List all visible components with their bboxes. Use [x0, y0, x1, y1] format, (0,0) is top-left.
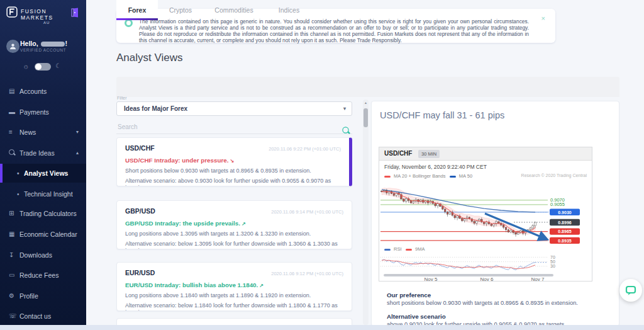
sidebar-item-accounts[interactable]: ▤Accounts — [0, 82, 86, 101]
arrow-up-icon: ↗ — [259, 283, 264, 288]
rsi-swatch-icon — [384, 249, 391, 251]
sidebar-item-payments[interactable]: ▬Payments — [0, 103, 86, 122]
filter-dropdown-value: Ideas for Major Forex — [124, 105, 187, 112]
price-level-pill: 0.8965 — [558, 229, 572, 234]
caret-down-icon: ▾ — [343, 102, 346, 115]
ma20-swatch-icon — [384, 176, 391, 178]
chart-datetime: Friday, November 6, 2020 9:22:40 PM CET — [384, 164, 487, 170]
rsi-chart: 705030 — [379, 254, 593, 273]
logout-icon[interactable] — [70, 8, 80, 18]
rsi-ma-swatch-icon — [406, 249, 412, 251]
idea-scenario-2: Alternative scenario: below 1.3095 look … — [125, 241, 343, 249]
chart-range-slider[interactable] — [384, 274, 553, 276]
scroll-up-icon[interactable]: ▲ — [364, 101, 368, 105]
idea-headline: GBP/USD Intraday: the upside prevails.↗ — [125, 220, 343, 227]
bullet-icon: • — [17, 185, 24, 204]
idea-scenario-2: Alternative scenario: below 1.1840 look … — [125, 302, 343, 311]
price-level-pill: 0.8996 — [558, 220, 572, 225]
downloads-icon: ↧ — [9, 246, 19, 265]
sidebar-item-label: Accounts — [19, 88, 47, 95]
redacted-username — [41, 42, 65, 47]
idea-scenario-1: Short positions below 0.9030 with target… — [125, 168, 341, 174]
timestamp: 2020.11.06 9:22 PM (+01:00 UTC) — [269, 146, 341, 152]
detail-title: USD/CHF may fall 31 - 61 pips — [380, 110, 504, 120]
idea-headline: EUR/USD Intraday: bullish bias above 1.1… — [125, 282, 343, 288]
filter-label: Filter — [117, 96, 127, 100]
page-title: Analyst Views — [116, 52, 183, 64]
calculators-icon: ⊞ — [9, 204, 19, 223]
sidebar-item-news[interactable]: ≡News▾ — [0, 123, 86, 142]
tab-indices[interactable]: Indices — [265, 0, 313, 20]
verified-account-label: VERIFIED ACCOUNT — [20, 48, 66, 52]
preference-heading: Our preference — [387, 292, 431, 299]
search-input[interactable] — [116, 121, 331, 130]
filter-dropdown[interactable]: Ideas for Major Forex ▾ — [116, 101, 352, 116]
idea-scenario-2: Alternative scenario: above 0.9030 look … — [125, 178, 341, 186]
logo-region-label: AU — [43, 21, 50, 25]
contact-icon: ☏ — [9, 307, 19, 326]
sidebar-item-profile[interactable]: ⚙Profile — [0, 287, 86, 305]
sidebar-item-trade-ideas[interactable]: Trade Ideas▴ — [0, 144, 86, 162]
chart-attribution: Research © 2020 Trading Central — [521, 173, 587, 178]
sidebar-item-analyst-views[interactable]: •Analyst Views — [0, 164, 86, 183]
sidebar-item-label: Technical Insight — [24, 190, 73, 198]
calendar-icon: ▦ — [9, 225, 19, 244]
preference-text: short positions below 0.9030 with target… — [387, 300, 607, 306]
bullet-icon: • — [17, 164, 24, 183]
sidebar-item-label: Economic Calendar — [19, 230, 77, 238]
idea-card-usd-chf[interactable]: USD/CHF2020.11.06 9:22 PM (+01:00 UTC)US… — [116, 137, 352, 186]
analyst-detail-panel: USD/CHF may fall 31 - 61 pips USD/CHF 30… — [371, 101, 619, 326]
idea-scenario-1: Long positions above 1.3095 with targets… — [125, 230, 343, 237]
rsi-tick-label: 50 — [550, 259, 555, 264]
sidebar-item-economic-calendar[interactable]: ▦Economic Calendar — [0, 225, 86, 244]
search-icon[interactable] — [342, 127, 348, 133]
sidebar-item-label: Trading Calculators — [19, 210, 77, 217]
price-chart: USD/CHF 30 MIN Friday, November 6, 2020 … — [379, 147, 592, 282]
sidebar-item-label: Contact us — [19, 312, 51, 320]
idea-card-eur-usd[interactable]: EUR/USD2020.11.06 9:12 PM (+01:00 UTC)EU… — [116, 262, 352, 311]
tab-forex[interactable]: Forex — [116, 0, 158, 20]
pair-label: GBP/USD — [125, 207, 155, 215]
toggle-knob — [35, 64, 42, 70]
sidebar-item-technical-insight[interactable]: •Technical Insight — [0, 185, 86, 203]
chat-bubble-icon — [625, 285, 636, 296]
tab-commodities[interactable]: Commodities — [203, 0, 265, 20]
horizontal-scrollbar-track[interactable] — [0, 325, 644, 330]
disclaimer-text: The information contained on this page i… — [139, 18, 529, 43]
sidebar-item-label: Analyst Views — [24, 169, 68, 177]
greeting-text: Hello, ! — [20, 40, 67, 47]
idea-headline: USD/CHF Intraday: under pressure.↘ — [125, 157, 341, 164]
accounts-icon: ▤ — [9, 82, 19, 101]
idea-card-gbp-usd[interactable]: GBP/USD2020.11.06 9:14 PM (+01:00 UTC)GB… — [116, 200, 352, 249]
profile-icon: ⚙ — [9, 287, 19, 305]
timestamp: 2020.11.06 9:14 PM (+01:00 UTC) — [271, 209, 343, 215]
chart-header: USD/CHF 30 MIN — [379, 147, 592, 161]
sidebar-item-contact-us[interactable]: ☏Contact us — [0, 307, 86, 326]
legend-ma20: MA 20 + Bollinger Bands — [394, 173, 445, 179]
arrow-up-icon: ↗ — [242, 221, 246, 227]
price-level-label: 0.9055 — [550, 202, 565, 207]
tab-strip — [116, 77, 619, 97]
list-scrollbar-track[interactable] — [363, 100, 369, 325]
sidebar-item-trading-calculators[interactable]: ⊞Trading Calculators — [0, 204, 86, 223]
logo-text-line1: FUSION — [21, 8, 47, 14]
chat-widget-button[interactable] — [619, 279, 642, 302]
chevron-down-icon: ▾ — [76, 123, 79, 142]
sidebar-item-downloads[interactable]: ↧Downloads — [0, 246, 86, 265]
tab-cryptos[interactable]: Cryptos — [158, 0, 203, 20]
theme-toggle[interactable] — [35, 63, 51, 71]
light-mode-icon: ☼ — [23, 62, 29, 71]
x-axis-tick: Nov 7 — [531, 276, 545, 282]
sidebar-item-label: Payments — [19, 108, 49, 116]
search-icon — [9, 144, 19, 162]
legend-ma50: MA 50 — [459, 173, 472, 179]
sidebar-item-reduce-fees[interactable]: ▭Reduce Fees — [0, 266, 86, 285]
ma50-swatch-icon — [450, 176, 456, 178]
list-scrollbar-thumb[interactable] — [364, 108, 368, 127]
x-axis-tick: Nov 5 — [425, 276, 438, 282]
close-icon[interactable]: × — [538, 14, 549, 23]
arrow-down-icon: ↘ — [230, 158, 234, 164]
chart-interval-badge: 30 MIN — [418, 150, 440, 158]
x-axis-tick: Nov 6 — [480, 276, 494, 282]
rsi-tick-label: 70 — [550, 255, 555, 259]
